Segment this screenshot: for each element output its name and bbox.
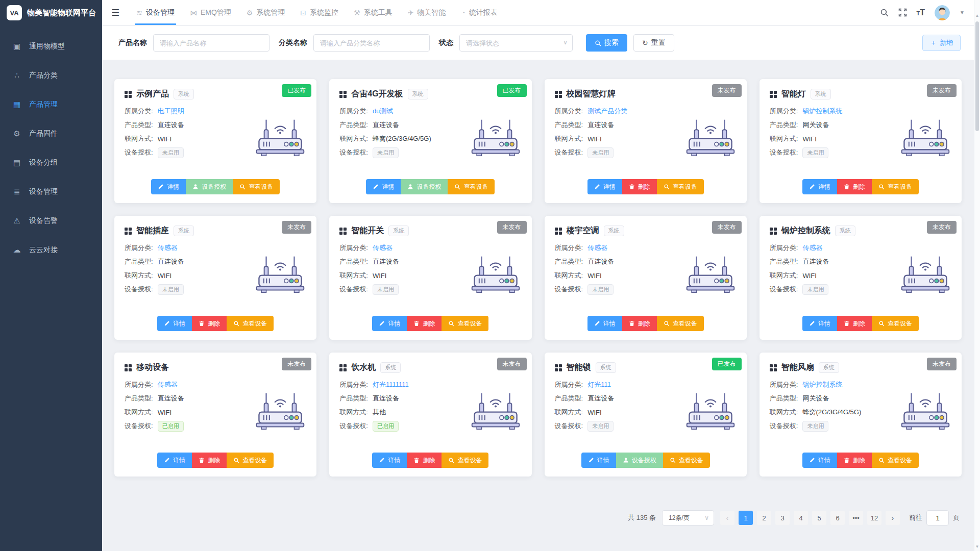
delete-button[interactable]: 删除 <box>622 316 657 331</box>
delete-button[interactable]: 删除 <box>837 316 872 331</box>
auth-button[interactable]: 设备授权 <box>186 179 233 194</box>
sidebar-item-product-category[interactable]: ∴ 产品分类 <box>0 61 102 90</box>
category-link[interactable]: 电工照明 <box>158 107 184 116</box>
caret-down-icon[interactable]: ▼ <box>960 10 965 15</box>
more-pages-button[interactable]: ••• <box>849 511 863 525</box>
auth-button[interactable]: 设备授权 <box>616 453 663 468</box>
page-button-4[interactable]: 4 <box>794 511 808 525</box>
product-title: 示例产品 <box>136 89 169 99</box>
sidebar-item-device-group[interactable]: ▤ 设备分组 <box>0 148 102 177</box>
add-button[interactable]: ＋ 新增 <box>922 35 961 51</box>
delete-button[interactable]: 删除 <box>837 179 872 194</box>
goto-suffix: 页 <box>953 513 960 522</box>
view-button[interactable]: 查看设备 <box>233 179 280 194</box>
scroll-up-icon[interactable]: ▲ <box>974 13 980 18</box>
category-link[interactable]: 传感器 <box>158 380 178 389</box>
page-button-3[interactable]: 3 <box>775 511 790 525</box>
tab-statistics[interactable]: ◔ 统计报表 <box>453 0 505 25</box>
view-button[interactable]: 查看设备 <box>657 179 704 194</box>
detail-button[interactable]: 详情 <box>802 316 837 331</box>
detail-button[interactable]: 详情 <box>587 179 622 194</box>
fullscreen-icon[interactable] <box>898 8 907 17</box>
reset-button[interactable]: ↻ 重置 <box>633 34 674 52</box>
category-name-input[interactable] <box>313 34 430 52</box>
avatar[interactable] <box>935 5 950 20</box>
view-button[interactable]: 查看设备 <box>442 316 488 331</box>
delete-button[interactable]: 删除 <box>192 453 227 468</box>
goto-page-input[interactable] <box>926 510 949 525</box>
category-link[interactable]: 灯光1111111 <box>373 380 409 389</box>
view-button[interactable]: 查看设备 <box>872 179 919 194</box>
search-button[interactable]: 搜索 <box>586 34 627 52</box>
view-button[interactable]: 查看设备 <box>663 453 710 468</box>
view-button[interactable]: 查看设备 <box>442 453 488 468</box>
page-button-2[interactable]: 2 <box>757 511 771 525</box>
category-link[interactable]: 传感器 <box>802 243 822 253</box>
product-name-input[interactable] <box>153 34 270 52</box>
category-link[interactable]: du测试 <box>373 107 393 116</box>
auth-button[interactable]: 设备授权 <box>401 179 448 194</box>
status-select[interactable]: ∨ <box>459 34 573 52</box>
view-button[interactable]: 查看设备 <box>227 316 274 331</box>
detail-button[interactable]: 详情 <box>581 453 616 468</box>
pencil-icon <box>809 457 815 463</box>
category-link[interactable]: 传感器 <box>373 243 393 253</box>
product-title: 智能风扇 <box>781 362 814 373</box>
scroll-down-icon[interactable]: ▼ <box>974 544 980 549</box>
category-link[interactable]: 测试产品分类 <box>587 107 627 116</box>
category-link[interactable]: 锅炉控制系统 <box>802 107 842 116</box>
view-button[interactable]: 查看设备 <box>657 316 704 331</box>
scrollbar-thumb[interactable] <box>975 21 979 131</box>
detail-button[interactable]: 详情 <box>157 316 192 331</box>
detail-button[interactable]: 详情 <box>366 179 401 194</box>
view-button[interactable]: 查看设备 <box>872 316 919 331</box>
view-button[interactable]: 查看设备 <box>872 453 919 468</box>
page-button-6[interactable]: 6 <box>830 511 845 525</box>
next-page-button[interactable]: › <box>886 511 900 525</box>
status-badge: 未发布 <box>497 358 527 370</box>
sidebar-item-product-management[interactable]: ▦ 产品管理 <box>0 90 102 119</box>
detail-button[interactable]: 详情 <box>151 179 186 194</box>
detail-button[interactable]: 详情 <box>372 316 407 331</box>
page-size-select[interactable]: ∨ <box>662 510 714 525</box>
tab-wumei-smart[interactable]: ✈ 物美智能 <box>400 0 454 25</box>
tab-emq-management[interactable]: ⋈ EMQ管理 <box>182 0 239 25</box>
sidebar-item-cloud-connect[interactable]: ☁ 云云对接 <box>0 235 102 264</box>
search-icon[interactable] <box>880 8 889 17</box>
sidebar-item-product-firmware[interactable]: ⚙ 产品固件 <box>0 119 102 148</box>
page-button-1[interactable]: 1 <box>739 511 753 525</box>
detail-button[interactable]: 详情 <box>802 453 837 468</box>
category-link[interactable]: 传感器 <box>587 243 607 253</box>
delete-button[interactable]: 删除 <box>192 316 227 331</box>
sidebar-item-device-alert[interactable]: ⚠ 设备告警 <box>0 206 102 235</box>
view-button[interactable]: 查看设备 <box>448 179 495 194</box>
tab-system-tools[interactable]: ⚒ 系统工具 <box>346 0 400 25</box>
tab-device-management[interactable]: ≋ 设备管理 <box>129 0 182 25</box>
delete-button[interactable]: 删除 <box>407 316 442 331</box>
page-button-12[interactable]: 12 <box>867 511 881 525</box>
category-link[interactable]: 锅炉控制系统 <box>802 380 842 389</box>
view-button[interactable]: 查看设备 <box>227 453 274 468</box>
menu-collapse-icon[interactable]: ☰ <box>102 7 129 18</box>
detail-button[interactable]: 详情 <box>372 453 407 468</box>
delete-button[interactable]: 删除 <box>622 179 657 194</box>
font-size-icon[interactable]: TT <box>917 8 925 17</box>
sidebar-item-device-management[interactable]: ≣ 设备管理 <box>0 177 102 206</box>
tab-system-monitor[interactable]: ⊡ 系统监控 <box>292 0 346 25</box>
detail-button[interactable]: 详情 <box>587 316 622 331</box>
delete-button[interactable]: 删除 <box>837 453 872 468</box>
detail-button[interactable]: 详情 <box>157 453 192 468</box>
prev-page-button[interactable]: ‹ <box>720 511 734 525</box>
detail-button[interactable]: 详情 <box>802 179 837 194</box>
sidebar-item-generic-thing-model[interactable]: ▣ 通用物模型 <box>0 32 102 61</box>
delete-button[interactable]: 删除 <box>407 453 442 468</box>
category-link[interactable]: 传感器 <box>158 243 178 253</box>
system-tag: 系统 <box>835 226 855 236</box>
auth-state-tag: 未启用 <box>587 284 614 295</box>
category-link[interactable]: 灯光111 <box>587 380 611 389</box>
auth-state-tag: 未启用 <box>158 284 184 295</box>
tab-system-management[interactable]: ⚙ 系统管理 <box>239 0 293 25</box>
page-button-5[interactable]: 5 <box>812 511 826 525</box>
status-badge: 未发布 <box>927 358 957 370</box>
product-title: 锅炉控制系统 <box>781 226 830 236</box>
